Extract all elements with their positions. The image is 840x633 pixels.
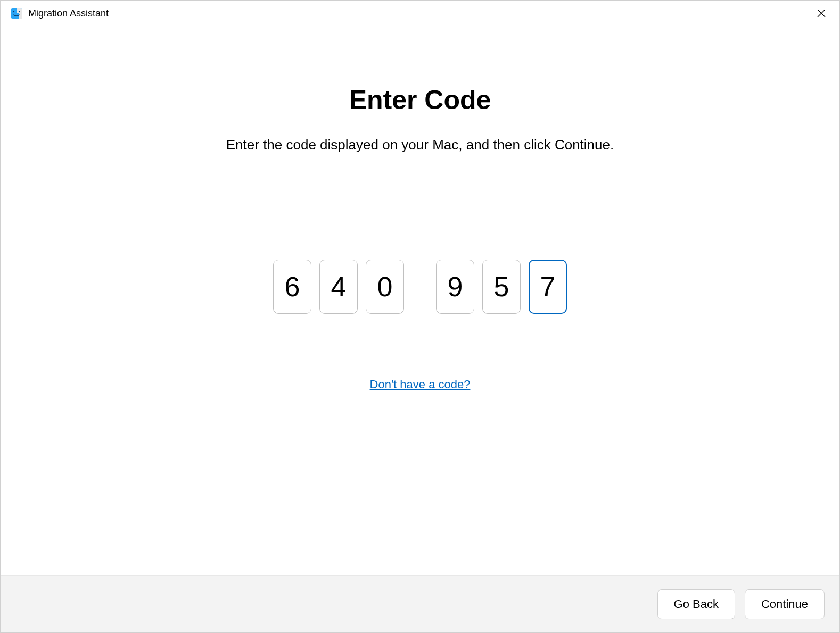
code-digit-1[interactable] <box>273 260 311 314</box>
app-title: Migration Assistant <box>28 8 109 19</box>
go-back-button[interactable]: Go Back <box>657 589 735 619</box>
code-digit-6[interactable] <box>529 260 567 314</box>
page-heading: Enter Code <box>349 85 491 115</box>
page-subtitle: Enter the code displayed on your Mac, an… <box>226 137 614 153</box>
no-code-link[interactable]: Don't have a code? <box>370 378 471 392</box>
code-input-group <box>273 260 567 314</box>
close-button[interactable] <box>813 5 830 22</box>
code-digit-3[interactable] <box>366 260 404 314</box>
code-digit-5[interactable] <box>482 260 521 314</box>
finder-icon <box>10 7 23 20</box>
titlebar: Migration Assistant <box>1 1 839 26</box>
svg-point-2 <box>19 11 20 12</box>
code-digit-2[interactable] <box>319 260 358 314</box>
migration-assistant-window: Migration Assistant Enter Code Enter the… <box>0 0 840 633</box>
svg-point-1 <box>13 11 14 12</box>
footer: Go Back Continue <box>1 575 839 632</box>
titlebar-left: Migration Assistant <box>10 7 109 20</box>
close-icon <box>817 9 826 18</box>
continue-button[interactable]: Continue <box>745 589 825 619</box>
code-digit-4[interactable] <box>436 260 474 314</box>
content-area: Enter Code Enter the code displayed on y… <box>1 26 839 575</box>
